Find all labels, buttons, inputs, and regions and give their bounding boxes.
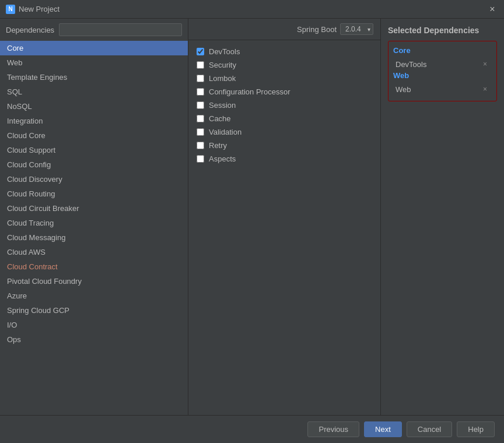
category-item-azure[interactable]: Azure (0, 289, 188, 303)
selected-dep-item: DevTools× (393, 57, 492, 71)
selected-dep-item: Web× (393, 82, 492, 96)
dep-option-devtools[interactable]: DevTools (188, 45, 380, 58)
dep-option-security[interactable]: Security (188, 58, 380, 72)
selected-group-web: Web (393, 71, 492, 80)
cache-label: Cache (209, 114, 231, 123)
cache-checkbox[interactable] (197, 115, 204, 122)
remove-dep-button[interactable]: × (481, 59, 489, 69)
window-title: New Project (19, 5, 60, 13)
category-item-io[interactable]: I/O (0, 318, 188, 332)
main-content: Dependencies CoreWebTemplate EnginesSQLN… (0, 19, 504, 415)
selected-deps-title: Selected Dependencies (388, 26, 497, 35)
devtools-label: DevTools (209, 47, 240, 56)
devtools-checkbox[interactable] (197, 48, 204, 55)
category-item-cloud-support[interactable]: Cloud Support (0, 143, 188, 157)
left-panel: Dependencies CoreWebTemplate EnginesSQLN… (0, 19, 188, 415)
security-checkbox[interactable] (197, 61, 204, 69)
dep-option-lombok[interactable]: Lombok (188, 72, 380, 85)
category-item-nosql[interactable]: NoSQL (0, 99, 188, 114)
category-item-core[interactable]: Core (0, 41, 188, 55)
configuration-processor-checkbox[interactable] (197, 88, 204, 96)
category-item-cloud-core[interactable]: Cloud Core (0, 128, 188, 143)
close-button[interactable]: × (487, 3, 498, 15)
category-item-pivotal-cloud-foundry[interactable]: Pivotal Cloud Foundry (0, 274, 188, 289)
category-item-cloud-routing[interactable]: Cloud Routing (0, 187, 188, 201)
session-label: Session (209, 101, 236, 110)
aspects-checkbox[interactable] (197, 155, 204, 163)
previous-button[interactable]: Previous (307, 421, 359, 437)
selected-dep-name: DevTools (396, 60, 426, 69)
validation-label: Validation (209, 128, 242, 136)
category-item-sql[interactable]: SQL (0, 85, 188, 99)
dep-option-validation[interactable]: Validation (188, 125, 380, 139)
dep-option-aspects[interactable]: Aspects (188, 152, 380, 166)
retry-label: Retry (209, 141, 227, 150)
spring-boot-label: Spring Boot (297, 25, 337, 34)
window: N New Project × Dependencies CoreWebTemp… (0, 0, 504, 443)
security-label: Security (209, 61, 236, 69)
search-input[interactable] (59, 23, 182, 36)
next-button[interactable]: Next (364, 421, 402, 437)
lombok-checkbox[interactable] (197, 75, 204, 82)
category-item-cloud-discovery[interactable]: Cloud Discovery (0, 172, 188, 187)
lombok-label: Lombok (209, 74, 236, 83)
category-list: CoreWebTemplate EnginesSQLNoSQLIntegrati… (0, 41, 188, 415)
category-item-ops[interactable]: Ops (0, 332, 188, 347)
right-panel: Selected Dependencies CoreDevTools×WebWe… (381, 19, 504, 415)
dep-option-retry[interactable]: Retry (188, 139, 380, 152)
category-item-cloud-contract[interactable]: Cloud Contract (0, 259, 188, 274)
spring-boot-bar: Spring Boot 2.0.42.1.02.2.01.5.x ▾ (188, 19, 380, 40)
retry-checkbox[interactable] (197, 142, 204, 149)
validation-checkbox[interactable] (197, 128, 204, 136)
configuration-processor-label: Configuration Processor (209, 87, 290, 96)
category-item-cloud-tracing[interactable]: Cloud Tracing (0, 216, 188, 230)
deps-options: DevToolsSecurityLombokConfiguration Proc… (188, 40, 380, 415)
dep-option-session[interactable]: Session (188, 99, 380, 112)
dep-option-cache[interactable]: Cache (188, 112, 380, 125)
spring-boot-version-select[interactable]: 2.0.42.1.02.2.01.5.x (340, 23, 373, 35)
aspects-label: Aspects (209, 154, 236, 163)
category-item-cloud-circuit-breaker[interactable]: Cloud Circuit Breaker (0, 201, 188, 216)
middle-panel: Spring Boot 2.0.42.1.02.2.01.5.x ▾ DevTo… (188, 19, 381, 415)
category-item-integration[interactable]: Integration (0, 114, 188, 128)
category-item-cloud-aws[interactable]: Cloud AWS (0, 245, 188, 259)
category-item-web[interactable]: Web (0, 55, 188, 70)
category-item-cloud-config[interactable]: Cloud Config (0, 157, 188, 172)
help-button[interactable]: Help (457, 421, 495, 437)
spring-boot-select-wrapper: 2.0.42.1.02.2.01.5.x ▾ (340, 23, 373, 35)
cancel-button[interactable]: Cancel (407, 421, 452, 437)
title-bar: N New Project × (0, 0, 504, 19)
bottom-bar: Previous Next Cancel Help (0, 415, 504, 443)
category-item-cloud-messaging[interactable]: Cloud Messaging (0, 230, 188, 245)
remove-dep-button[interactable]: × (481, 85, 489, 94)
category-item-spring-cloud-gcp[interactable]: Spring Cloud GCP (0, 303, 188, 318)
dep-option-configuration-processor[interactable]: Configuration Processor (188, 85, 380, 99)
category-item-template-engines[interactable]: Template Engines (0, 70, 188, 85)
selected-dep-name: Web (396, 85, 411, 94)
deps-header: Dependencies (0, 19, 188, 41)
selected-deps-box: CoreDevTools×WebWeb× (388, 41, 497, 101)
app-icon: N (6, 5, 15, 14)
selected-group-core: Core (393, 46, 492, 55)
session-checkbox[interactable] (197, 101, 204, 109)
deps-label: Dependencies (6, 26, 54, 34)
